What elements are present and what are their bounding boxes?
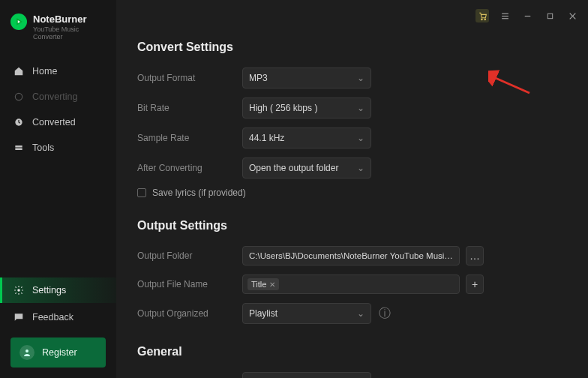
- label-after-converting: After Converting: [137, 163, 242, 173]
- minimize-icon[interactable]: [520, 9, 534, 22]
- sidebar-item-home[interactable]: Home: [0, 58, 116, 84]
- chevron-down-icon: ⌄: [357, 163, 364, 173]
- tag-remove-icon[interactable]: ✕: [269, 280, 275, 289]
- sidebar-item-tools[interactable]: Tools: [0, 135, 116, 160]
- brand: NoteBurner YouTube Music Converter: [0, 14, 116, 54]
- select-after-converting[interactable]: Open the output folder ⌄: [242, 158, 371, 178]
- sidebar-item-converted[interactable]: Converted: [0, 110, 116, 135]
- select-value: Open the output folder: [249, 163, 338, 173]
- label-output-format: Output Format: [137, 73, 242, 83]
- select-sample-rate[interactable]: 44.1 kHz ⌄: [242, 128, 371, 148]
- sidebar-item-label: Tools: [32, 142, 54, 153]
- app-logo-icon: [10, 14, 27, 30]
- window-controls: [476, 9, 579, 22]
- home-icon: [13, 65, 25, 77]
- sidebar: NoteBurner YouTube Music Converter Home …: [0, 0, 116, 378]
- menu-icon[interactable]: [498, 9, 512, 22]
- cart-icon[interactable]: [476, 9, 489, 22]
- label-sample-rate: Sample Rate: [137, 133, 242, 143]
- svg-point-4: [26, 350, 28, 352]
- select-value: MP3: [249, 73, 268, 83]
- input-output-file-name[interactable]: Title ✕: [242, 274, 460, 294]
- section-convert-title: Convert Settings: [137, 40, 564, 54]
- filename-tag: Title ✕: [248, 278, 279, 290]
- sidebar-item-settings[interactable]: Settings: [0, 278, 116, 303]
- select-value: 44.1 kHz: [249, 133, 284, 143]
- select-value: Playlist: [249, 308, 278, 319]
- select-bit-rate[interactable]: High ( 256 kbps ) ⌄: [242, 98, 371, 118]
- svg-point-5: [481, 19, 482, 20]
- converted-icon: [13, 116, 25, 128]
- gear-icon: [13, 284, 25, 296]
- chevron-down-icon: ⌄: [357, 103, 364, 113]
- sidebar-item-feedback[interactable]: Feedback: [0, 304, 116, 330]
- tools-icon: [13, 142, 25, 154]
- app-window: NoteBurner YouTube Music Converter Home …: [0, 0, 588, 378]
- converting-icon: [13, 91, 25, 103]
- register-button[interactable]: Register: [10, 338, 106, 368]
- select-output-format[interactable]: MP3 ⌄: [242, 68, 371, 88]
- label-save-lyrics: Save lyrics (if provided): [152, 188, 246, 198]
- sidebar-item-label: Converted: [32, 117, 76, 128]
- section-general-title: General: [137, 345, 564, 358]
- browse-button[interactable]: …: [466, 246, 484, 266]
- chevron-down-icon: ⌄: [357, 308, 364, 319]
- add-tag-button[interactable]: +: [466, 274, 484, 294]
- svg-point-6: [484, 19, 485, 20]
- select-output-organized[interactable]: Playlist ⌄: [242, 303, 371, 324]
- user-icon: [20, 345, 34, 360]
- svg-point-1: [15, 93, 22, 100]
- sidebar-item-label: Feedback: [32, 312, 74, 322]
- app-title: NoteBurner: [33, 14, 106, 25]
- svg-marker-0: [17, 20, 22, 25]
- info-icon[interactable]: ⓘ: [379, 306, 391, 322]
- svg-rect-11: [548, 14, 552, 18]
- label-output-file-name: Output File Name: [137, 279, 242, 290]
- sidebar-item-converting[interactable]: Converting: [0, 84, 116, 110]
- settings-content: Convert Settings Output Format MP3 ⌄ Bit…: [116, 0, 588, 378]
- maximize-icon[interactable]: [543, 9, 556, 22]
- input-output-folder[interactable]: C:\Users\BJ\Documents\NoteBurner YouTube…: [242, 246, 460, 266]
- checkbox-save-lyrics[interactable]: [137, 188, 146, 197]
- sidebar-item-label: Settings: [32, 285, 66, 296]
- sidebar-item-label: Converting: [32, 92, 77, 102]
- nav-list: Home Converting Converted Tools: [0, 58, 116, 160]
- feedback-icon: [13, 311, 25, 323]
- close-icon[interactable]: [566, 9, 579, 22]
- label-bit-rate: Bit Rate: [137, 103, 242, 113]
- select-value: High ( 256 kbps ): [249, 103, 317, 113]
- svg-point-3: [17, 289, 20, 292]
- register-label: Register: [42, 347, 77, 358]
- app-subtitle: YouTube Music Converter: [33, 26, 106, 40]
- section-output-title: Output Settings: [137, 219, 564, 232]
- chevron-down-icon: ⌄: [357, 73, 364, 83]
- main-panel: Convert Settings Output Format MP3 ⌄ Bit…: [116, 0, 588, 378]
- tag-label: Title: [251, 280, 266, 289]
- select-appearance[interactable]: Dark ⌄: [242, 372, 371, 378]
- chevron-down-icon: ⌄: [357, 133, 364, 143]
- sidebar-item-label: Home: [32, 66, 57, 76]
- label-output-organized: Output Organized: [137, 308, 242, 319]
- label-output-folder: Output Folder: [137, 250, 242, 261]
